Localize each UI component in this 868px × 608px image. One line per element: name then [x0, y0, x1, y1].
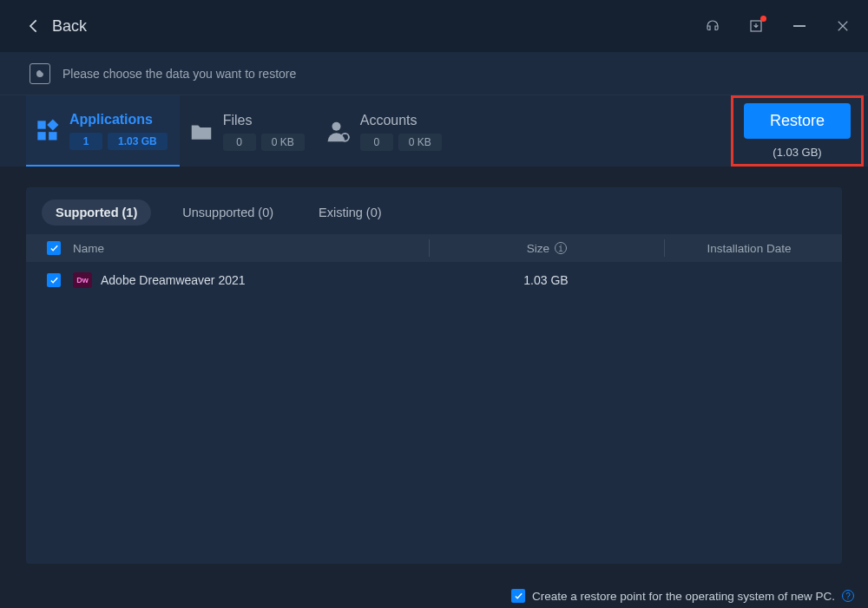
support-icon[interactable] [705, 18, 720, 34]
minimize-button[interactable] [792, 18, 807, 34]
restore-button-label: Restore [770, 112, 825, 129]
subheader-text: Please choose the data you want to resto… [62, 67, 296, 81]
main-table-area: Supported (1) Unsupported (0) Existing (… [26, 187, 842, 564]
files-size: 0 KB [261, 134, 305, 151]
accounts-size: 0 KB [398, 134, 442, 151]
svg-point-5 [332, 122, 340, 131]
back-arrow-icon [26, 17, 43, 35]
dreamweaver-icon: Dw [73, 272, 92, 288]
applications-size: 1.03 GB [108, 133, 168, 150]
tab-applications-title: Applications [69, 112, 168, 127]
footer: Create a restore point for the operating… [511, 589, 854, 603]
download-icon[interactable] [748, 18, 764, 34]
restore-button[interactable]: Restore [744, 103, 851, 139]
files-count: 0 [223, 134, 256, 151]
column-name[interactable]: Name [73, 242, 429, 255]
row-name: Adobe Dreamweaver 2021 [101, 273, 246, 287]
table-header: Name Size i Installation Date [26, 234, 842, 262]
filter-tabs: Supported (1) Unsupported (0) Existing (… [26, 187, 842, 234]
tab-files[interactable]: Files 0 0 KB [180, 95, 317, 167]
info-icon[interactable]: i [555, 242, 567, 254]
svg-rect-3 [49, 132, 56, 140]
subheader: Please choose the data you want to resto… [0, 52, 868, 95]
select-all-checkbox[interactable] [47, 241, 61, 255]
accounts-count: 0 [360, 134, 393, 151]
applications-count: 1 [69, 133, 102, 150]
back-button[interactable]: Back [26, 17, 87, 36]
tab-accounts-title: Accounts [360, 113, 442, 128]
close-button[interactable] [835, 18, 851, 34]
svg-rect-2 [37, 132, 45, 140]
files-icon [188, 119, 214, 145]
window-controls [705, 18, 851, 34]
table-row[interactable]: Dw Adobe Dreamweaver 2021 1.03 GB [26, 262, 842, 298]
help-icon[interactable]: ? [842, 590, 854, 602]
titlebar: Back [0, 0, 868, 52]
restore-size-label: (1.03 GB) [773, 146, 821, 159]
row-size: 1.03 GB [429, 273, 663, 287]
svg-rect-4 [47, 119, 58, 130]
notification-dot [760, 16, 766, 22]
tab-applications[interactable]: Applications 1 1.03 GB [26, 95, 180, 167]
restore-mode-icon [30, 63, 50, 84]
filter-unsupported[interactable]: Unsupported (0) [168, 199, 287, 226]
tab-files-title: Files [223, 113, 305, 128]
applications-icon [35, 118, 61, 144]
column-size[interactable]: Size i [430, 242, 664, 255]
restore-point-checkbox[interactable] [511, 589, 525, 603]
accounts-icon [326, 119, 352, 145]
svg-rect-1 [37, 121, 45, 128]
back-label: Back [52, 17, 87, 36]
column-installation-date[interactable]: Installation Date [665, 242, 833, 255]
column-size-label: Size [527, 242, 549, 255]
restore-highlight-box: Restore (1.03 GB) [731, 95, 864, 167]
row-checkbox[interactable] [47, 273, 61, 287]
filter-existing[interactable]: Existing (0) [305, 199, 396, 226]
filter-supported[interactable]: Supported (1) [42, 199, 151, 226]
restore-point-label: Create a restore point for the operating… [532, 590, 835, 603]
category-row: Applications 1 1.03 GB Files 0 0 KB Acco… [0, 95, 868, 167]
tab-accounts[interactable]: Accounts 0 0 KB [317, 95, 454, 167]
row-name-cell: Dw Adobe Dreamweaver 2021 [73, 272, 429, 288]
